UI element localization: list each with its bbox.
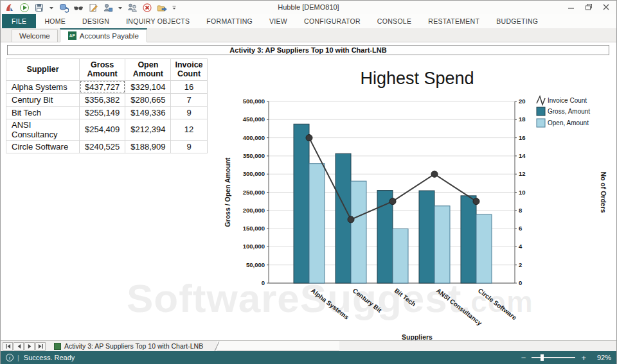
cell-open[interactable]: $188,909: [125, 140, 171, 153]
title-bar: Hubble [DEMO810]: [1, 1, 616, 14]
col-gross-amount[interactable]: GrossAmount: [80, 59, 125, 81]
supplier-table: Supplier GrossAmount OpenAmount InvoiceC…: [6, 58, 208, 153]
table-row: Century Bit $356,382 $280,665 7: [6, 93, 208, 106]
ribbon-tab-configurator[interactable]: CONFIGURATOR: [296, 14, 369, 28]
svg-text:4: 4: [519, 243, 523, 250]
first-sheet-button[interactable]: [3, 342, 13, 351]
next-sheet-button[interactable]: [24, 342, 35, 351]
svg-text:Gross, Amount: Gross, Amount: [548, 108, 590, 115]
svg-text:350,000: 350,000: [243, 152, 265, 159]
activity-header: Activity 3: AP Suppliers Top 10 with Cha…: [7, 45, 609, 55]
minimize-button[interactable]: [562, 1, 580, 13]
tab-accounts-payable-label: Accounts Payable: [80, 32, 139, 40]
cell-supplier[interactable]: Alpha Systems: [6, 80, 80, 93]
ribbon-tab-file[interactable]: FILE: [2, 14, 36, 28]
cell-supplier[interactable]: ANSI Consultancy: [6, 119, 80, 140]
svg-text:400,000: 400,000: [243, 134, 265, 141]
close-button[interactable]: [597, 1, 614, 13]
cell-open[interactable]: $329,104: [125, 80, 171, 93]
chart-title: Highest Spend: [360, 69, 474, 88]
zoom-slider-handle[interactable]: [541, 354, 544, 361]
export-folder-icon[interactable]: [157, 3, 167, 13]
tab-accounts-payable[interactable]: AP Accounts Payable: [60, 28, 147, 42]
cell-open[interactable]: $212,394: [125, 119, 171, 140]
svg-text:300,000: 300,000: [243, 170, 265, 177]
last-sheet-button[interactable]: [35, 342, 46, 351]
cell-gross-selected[interactable]: $437,727: [80, 80, 125, 93]
sheet-tab-bar: Activity 3: AP Suppliers Top 10 with Cha…: [1, 340, 616, 351]
ribbon-tab-bar: FILE HOME DESIGN INQUIRY OBJECTS FORMATT…: [1, 14, 616, 28]
sheet-tab-activity3[interactable]: Activity 3: AP Suppliers Top 10 with Cha…: [51, 341, 206, 351]
database-refresh-icon[interactable]: [58, 3, 69, 13]
svg-text:10: 10: [519, 189, 526, 196]
cell-count[interactable]: 9: [171, 106, 207, 119]
ribbon-tab-view[interactable]: VIEW: [261, 14, 296, 28]
preview-glasses-icon[interactable]: [73, 3, 84, 13]
save-dropdown-icon[interactable]: [49, 3, 54, 13]
svg-text:450,000: 450,000: [243, 116, 265, 123]
cell-gross[interactable]: $356,382: [80, 93, 125, 106]
svg-text:14: 14: [519, 152, 526, 159]
ribbon-tab-restatement[interactable]: RESTATEMENT: [420, 14, 488, 28]
ribbon-tab-inquiry-objects[interactable]: INQUIRY OBJECTS: [118, 14, 198, 28]
svg-text:8: 8: [519, 207, 522, 214]
toolbar-options-icon[interactable]: [172, 3, 177, 13]
ribbon-tab-home[interactable]: HOME: [36, 14, 74, 28]
svg-text:250,000: 250,000: [243, 189, 265, 196]
cell-supplier[interactable]: Circle Software: [6, 140, 80, 153]
chart-xlabel: Suppliers: [402, 333, 433, 340]
restore-button[interactable]: [580, 1, 597, 13]
svg-text:2: 2: [519, 261, 522, 268]
cell-count[interactable]: 7: [171, 93, 207, 106]
col-open-amount[interactable]: OpenAmount: [125, 59, 171, 81]
status-bar: i | Success. Ready − + 92%: [1, 351, 616, 364]
cell-supplier[interactable]: Bit Tech: [6, 106, 80, 119]
zoom-level: 92%: [592, 354, 611, 361]
accounts-payable-icon: AP: [68, 31, 76, 40]
col-invoice-count[interactable]: InvoiceCount: [171, 59, 207, 81]
tab-welcome-label: Welcome: [19, 32, 50, 40]
svg-text:200,000: 200,000: [243, 207, 265, 214]
spend-chart[interactable]: 050,000100,000150,000200,000250,000300,0…: [218, 56, 616, 340]
cell-count[interactable]: 9: [171, 140, 207, 153]
users-transfer-icon[interactable]: [127, 3, 138, 13]
status-message: Success. Ready: [24, 354, 75, 361]
spend-chart-canvas: 050,000100,000150,000200,000250,000300,0…: [218, 56, 616, 340]
cell-gross[interactable]: $255,149: [80, 106, 125, 119]
svg-text:6: 6: [519, 225, 522, 232]
cell-gross[interactable]: $240,525: [80, 140, 125, 153]
ribbon-tab-design[interactable]: DESIGN: [74, 14, 118, 28]
col-supplier[interactable]: Supplier: [6, 59, 80, 81]
user-settings-icon[interactable]: [103, 3, 113, 13]
info-icon: i: [6, 354, 13, 361]
user-settings-dropdown-icon[interactable]: [118, 3, 123, 13]
svg-text:100,000: 100,000: [243, 243, 265, 250]
run-icon[interactable]: [19, 3, 30, 13]
table-row: Alpha Systems $437,727 $329,104 16: [6, 80, 208, 93]
svg-text:0: 0: [519, 279, 522, 286]
ribbon-tab-formatting[interactable]: FORMATTING: [198, 14, 261, 28]
cell-supplier[interactable]: Century Bit: [6, 93, 80, 106]
status-separator: |: [17, 354, 19, 361]
zoom-out-button[interactable]: −: [521, 354, 526, 362]
svg-text:500,000: 500,000: [243, 98, 265, 105]
cell-gross[interactable]: $254,409: [80, 119, 125, 140]
sheet-icon: [54, 343, 61, 350]
ribbon-tab-console[interactable]: CONSOLE: [369, 14, 420, 28]
tab-welcome[interactable]: Welcome: [12, 30, 58, 42]
stop-icon[interactable]: [142, 3, 152, 13]
cell-count[interactable]: 16: [171, 80, 207, 93]
save-icon[interactable]: [34, 3, 44, 13]
cell-open[interactable]: $280,665: [125, 93, 171, 106]
zoom-in-button[interactable]: +: [581, 354, 586, 362]
svg-text:20: 20: [519, 98, 526, 105]
prev-sheet-button[interactable]: [13, 342, 24, 351]
ribbon-tab-budgeting[interactable]: BUDGETING: [488, 14, 546, 28]
zoom-slider[interactable]: [532, 357, 575, 358]
edit-document-icon[interactable]: [88, 3, 98, 13]
quick-access-toolbar: [4, 3, 177, 13]
svg-text:No of Orders: No of Orders: [600, 171, 607, 212]
cell-open[interactable]: $149,336: [125, 106, 171, 119]
table-row: ANSI Consultancy $254,409 $212,394 12: [6, 119, 208, 140]
cell-count[interactable]: 12: [171, 119, 207, 140]
